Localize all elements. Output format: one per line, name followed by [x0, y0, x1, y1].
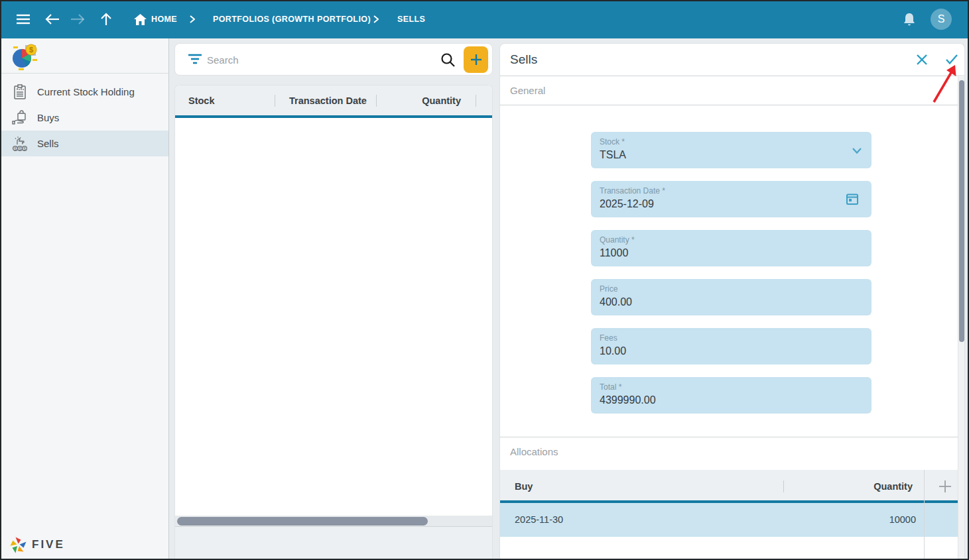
sells-icon: $ $ $: [11, 135, 29, 153]
section-general-label: General: [510, 85, 545, 96]
top-navigation-bar: HOME PORTFOLIOS (GROWTH PORTFOLIO) SELLS…: [0, 0, 969, 38]
filter-icon[interactable]: [188, 53, 202, 68]
breadcrumb-current-page: SELLS: [397, 0, 425, 38]
records-table-footer: [175, 527, 492, 560]
field-stock-value: TSLA: [600, 149, 626, 161]
allocations-table: Buy Quantity 2025-11-30 10000: [500, 470, 958, 537]
avatar-initial: S: [938, 13, 945, 25]
search-bar: [174, 43, 493, 76]
sidebar-item-current-stock-holding[interactable]: Current Stock Holding: [0, 79, 168, 105]
field-transaction-date[interactable]: Transaction Date * 2025-12-09: [591, 181, 872, 217]
field-quantity-value: 11000: [600, 247, 628, 259]
allocations-table-header: Buy Quantity: [500, 470, 958, 503]
column-divider[interactable]: [783, 480, 784, 492]
column-header-quantity[interactable]: Quantity: [422, 85, 461, 115]
column-divider[interactable]: [476, 95, 476, 107]
vertical-scrollbar[interactable]: [958, 77, 964, 560]
plus-icon: [470, 54, 482, 66]
section-allocations: Allocations: [500, 437, 964, 466]
allocation-row[interactable]: 2025-11-30 10000: [500, 503, 958, 537]
field-fees[interactable]: Fees 10.00: [591, 328, 872, 364]
field-fees-value: 10.00: [600, 345, 626, 357]
allocation-quantity-cell: 10000: [889, 514, 916, 525]
up-arrow-icon[interactable]: [100, 0, 112, 38]
field-stock[interactable]: Stock * TSLA: [591, 132, 872, 168]
breadcrumb-home[interactable]: HOME: [151, 0, 177, 38]
breadcrumb-chevron-icon: [190, 0, 195, 38]
five-logo-text: FIVE: [32, 539, 65, 551]
svg-text:$: $: [14, 146, 17, 150]
svg-text:$: $: [29, 46, 33, 54]
field-total[interactable]: Total * 4399990.00: [591, 377, 872, 414]
allocation-buy-cell: 2025-11-30: [515, 514, 563, 525]
forward-arrow-icon[interactable]: [70, 0, 85, 38]
menu-icon[interactable]: [17, 0, 30, 38]
allocations-column-divider: [924, 470, 925, 560]
save-check-icon[interactable]: [945, 54, 958, 68]
sidebar-item-buys[interactable]: Buys: [0, 105, 168, 131]
field-price[interactable]: Price 400.00: [591, 279, 872, 315]
column-header-stock[interactable]: Stock: [188, 85, 215, 115]
search-input[interactable]: [207, 49, 413, 70]
home-icon[interactable]: [134, 0, 147, 38]
column-divider[interactable]: [275, 95, 275, 107]
bell-icon[interactable]: [903, 0, 916, 38]
svg-text:$: $: [23, 146, 26, 150]
vertical-scrollbar-thumb[interactable]: [959, 80, 964, 342]
section-allocations-label: Allocations: [510, 446, 558, 457]
breadcrumb-portfolio[interactable]: PORTFOLIOS (GROWTH PORTFOLIO): [213, 0, 371, 38]
chevron-down-icon[interactable]: [852, 145, 862, 157]
horizontal-scrollbar-thumb[interactable]: [177, 517, 428, 526]
field-quantity[interactable]: Quantity * 11000: [591, 230, 872, 266]
add-record-button[interactable]: [464, 46, 488, 73]
detail-title: Sells: [510, 52, 537, 67]
calendar-icon[interactable]: [846, 192, 859, 208]
close-icon[interactable]: [916, 54, 928, 68]
search-icon[interactable]: [440, 52, 456, 70]
add-allocation-icon[interactable]: [938, 479, 952, 496]
sidebar: $ Current Stock Holding: [0, 38, 169, 560]
field-total-label: Total *: [600, 382, 621, 392]
field-total-value: 4399990.00: [600, 394, 656, 406]
column-header-alloc-quantity[interactable]: Quantity: [873, 470, 913, 503]
field-stock-label: Stock *: [600, 137, 625, 146]
field-fees-label: Fees: [600, 333, 617, 343]
horizontal-scrollbar[interactable]: [175, 516, 492, 527]
section-general: General: [500, 76, 964, 105]
records-table-header: Stock Transaction Date Quantity: [175, 85, 492, 118]
sidebar-item-label: Buys: [37, 112, 59, 123]
sidebar-item-label: Current Stock Holding: [37, 86, 135, 97]
sidebar-item-sells[interactable]: $ $ $ Sells: [0, 131, 168, 156]
sidebar-item-label: Sells: [37, 138, 59, 149]
detail-header: Sells: [500, 44, 964, 76]
five-brand-logo: FIVE: [9, 535, 65, 554]
svg-text:$: $: [19, 146, 21, 150]
back-arrow-icon[interactable]: [45, 0, 60, 38]
breadcrumb-chevron-icon: [373, 0, 379, 38]
detail-form-panel: Sells General Stock * TSLA Transaction D…: [499, 43, 965, 560]
field-quantity-label: Quantity *: [600, 235, 635, 245]
field-price-label: Price: [600, 284, 617, 294]
stock-holding-icon: [11, 83, 29, 101]
field-price-value: 400.00: [600, 296, 632, 308]
column-header-buy[interactable]: Buy: [515, 470, 533, 503]
column-header-transaction-date[interactable]: Transaction Date: [289, 85, 367, 115]
field-transaction-date-label: Transaction Date *: [600, 186, 665, 196]
sidebar-menu: Current Stock Holding Buys $ $ $: [0, 74, 168, 156]
app-logo: $: [0, 38, 168, 74]
column-divider[interactable]: [376, 95, 377, 107]
field-transaction-date-value: 2025-12-09: [600, 198, 654, 210]
five-pinwheel-icon: [9, 535, 27, 554]
buys-icon: [11, 109, 29, 127]
records-table: Stock Transaction Date Quantity: [174, 85, 493, 560]
avatar[interactable]: S: [931, 0, 952, 38]
